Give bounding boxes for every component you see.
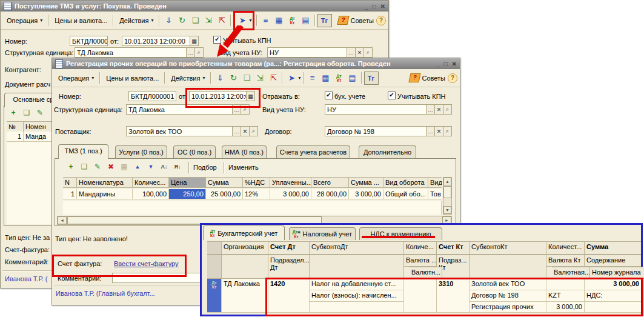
tips-label[interactable]: Советы (422, 75, 445, 82)
dtkt-icon[interactable]: ДтКт (286, 15, 299, 27)
journal-icon[interactable]: ▤ (346, 72, 359, 84)
header-cell[interactable]: Счет Кт (437, 241, 470, 255)
post-and-close-icon[interactable]: ⇓ (162, 15, 175, 27)
header-cell[interactable]: СубконтоКт (470, 241, 546, 255)
header-cell[interactable]: СубконтоДт (310, 241, 404, 255)
search-icon[interactable]: ⌕ (194, 47, 204, 58)
operation-menu[interactable]: Операция▾ (3, 15, 46, 26)
prices-currency-button[interactable]: Цены и валюта... (102, 73, 162, 84)
header-cell-selected[interactable]: Цена (169, 177, 206, 188)
tab-additional[interactable]: Дополнительно (359, 145, 416, 159)
doc-out-icon[interactable]: ⇱ (267, 72, 280, 84)
header-cell[interactable]: Всего (311, 177, 349, 188)
clear-icon[interactable]: ✕ (355, 47, 364, 58)
nu-field[interactable]: НУ (267, 47, 347, 58)
copy-icon[interactable]: ❏ (188, 15, 202, 27)
header-cell[interactable]: Счет Дт (268, 241, 310, 255)
tips-icon[interactable]: ? (337, 16, 349, 25)
move-up-icon[interactable]: ▲ (132, 162, 143, 172)
add-row-icon[interactable]: + (8, 108, 19, 118)
scroll-up-icon[interactable]: ▲ (443, 178, 451, 185)
copy-icon[interactable]: ❏ (240, 72, 253, 84)
doc-in-icon[interactable]: ⇲ (202, 15, 215, 27)
minimize-icon[interactable]: _ (436, 61, 440, 67)
titlebar[interactable]: Регистрация прочих операций по приобрете… (52, 58, 460, 69)
delete-row-icon[interactable]: ✖ (105, 162, 116, 172)
calendar-icon[interactable]: ▦ (190, 36, 199, 46)
journal-icon[interactable]: ▤ (299, 15, 313, 27)
post-document-icon[interactable]: ➤ (285, 72, 298, 84)
header-cell[interactable]: Уплаченны... (270, 177, 311, 188)
copy-row-icon[interactable]: ❏ (79, 162, 90, 172)
header-cell[interactable]: Организация (222, 241, 268, 255)
refresh-icon[interactable]: ↻ (227, 72, 240, 84)
copy-row-icon[interactable]: ❏ (21, 108, 32, 118)
header-cell[interactable]: Вид оборота (383, 177, 428, 188)
cell[interactable]: 3 000,00 (270, 189, 311, 199)
tips-label[interactable]: Советы (351, 17, 374, 24)
search-icon[interactable]: ⌕ (443, 104, 452, 115)
settings-grid-icon[interactable]: ▦ (319, 72, 333, 84)
header-cell[interactable]: Подраздел... Дт (268, 255, 310, 279)
font-button[interactable]: Тг (364, 72, 379, 85)
doc-in-icon[interactable]: ⇲ (253, 72, 267, 84)
operation-menu[interactable]: Операция▾ (55, 73, 98, 84)
actions-menu[interactable]: Действия▾ (116, 15, 157, 26)
font-button[interactable]: Тг (317, 14, 332, 27)
minimize-icon[interactable]: _ (365, 3, 368, 10)
header-cell[interactable]: Количе... (404, 241, 437, 255)
help-icon[interactable]: ? (448, 73, 457, 83)
maximize-icon[interactable]: □ (444, 61, 448, 67)
date-field[interactable]: 10.01.2013 12:00:00 (122, 36, 190, 46)
scroll-down-icon[interactable]: ▼ (443, 206, 451, 214)
header-cell[interactable]: Сумма (206, 177, 243, 188)
tab-accounts[interactable]: Счета учета расчетов (276, 145, 350, 159)
doc-out-icon[interactable]: ⇱ (215, 15, 228, 27)
search-icon[interactable]: ⌕ (363, 47, 373, 58)
header-cell[interactable]: Номер журнала (590, 267, 644, 279)
refresh-icon[interactable]: ↻ (175, 15, 188, 27)
vertical-scrollbar[interactable]: ▲ ▼ (443, 177, 452, 215)
header-cell[interactable]: Номенклатура (77, 177, 133, 188)
clear-icon[interactable]: ✕ (434, 104, 443, 115)
cell[interactable]: Мандарины (77, 189, 133, 199)
structure-icon[interactable]: ≡ (259, 15, 273, 27)
cell[interactable]: 25 000,00 (206, 189, 243, 199)
chevron-down-icon[interactable]: ▾ (298, 75, 300, 81)
tab-os[interactable]: ОС (0 поз.) (173, 145, 216, 159)
add-row-icon[interactable]: + (65, 162, 76, 172)
header-cell[interactable]: Вид (428, 177, 442, 188)
choose-icon[interactable]: … (426, 104, 435, 115)
unit-field[interactable]: ТД Лакомка (75, 47, 187, 58)
number-field[interactable]: БКТДЛ000001 (70, 36, 108, 46)
header-cell[interactable]: Содержание (585, 255, 641, 267)
header-cell[interactable]: Сумма (585, 241, 641, 255)
chevron-down-icon[interactable]: ▾ (249, 18, 251, 23)
header-cell[interactable]: N (63, 177, 77, 188)
header-cell[interactable]: Количест... (546, 241, 585, 255)
help-icon[interactable]: ? (376, 16, 386, 25)
header-cell[interactable]: Количес... (133, 177, 169, 188)
prices-currency-button[interactable]: Цены и валюта... (51, 15, 111, 26)
pick-button[interactable]: Подбор (191, 162, 219, 173)
tips-icon[interactable]: ? (408, 73, 420, 82)
header-cell[interactable]: Валюта Кт (546, 255, 585, 267)
nu-field[interactable]: НУ (325, 104, 427, 115)
header-cell[interactable]: Валютн... (410, 267, 442, 279)
buh-checkbox[interactable]: ✔ (325, 92, 333, 99)
clear-icon[interactable]: ✕ (241, 126, 250, 136)
actions-menu[interactable]: Действия▾ (167, 73, 208, 84)
header-cell[interactable]: Сумма ... (349, 177, 383, 188)
move-down-icon[interactable]: ▼ (145, 162, 156, 172)
search-icon[interactable]: ⌕ (443, 126, 452, 136)
header-cell[interactable]: Валютная... (552, 267, 590, 279)
edit-row-icon[interactable]: ✎ (92, 162, 103, 172)
edit-row-icon[interactable]: ✎ (35, 108, 45, 118)
tab-nma[interactable]: НМА (0 поз.) (222, 145, 267, 159)
post-and-close-icon[interactable]: ⇓ (213, 72, 227, 84)
search-icon[interactable]: ⌕ (249, 126, 258, 136)
tab-tax[interactable]: ДтНКт Налоговый учет (289, 227, 356, 240)
row-marker-dtkt-icon[interactable]: ДтКт (207, 279, 222, 313)
cell[interactable]: 12% (243, 189, 270, 199)
cell[interactable]: 3 000,00 (349, 189, 383, 199)
